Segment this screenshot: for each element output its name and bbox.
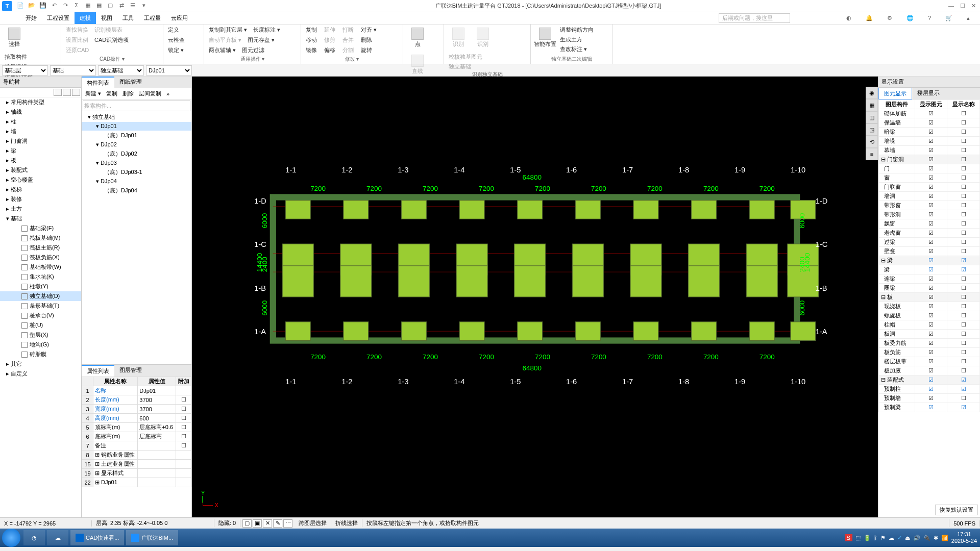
tray-icon[interactable]: ⬚ — [855, 535, 861, 541]
copy-button[interactable]: 复制 — [105, 89, 119, 98]
component-item[interactable]: （底）DJp01 — [82, 131, 191, 140]
skin-icon[interactable]: ◐ — [841, 13, 856, 23]
nav-subitem[interactable]: 桩(U) — [0, 320, 81, 330]
category-select[interactable]: 基础 — [50, 65, 96, 76]
tab-element-display[interactable]: 图元显示 — [878, 88, 912, 99]
pick-component[interactable]: 拾取构件 — [3, 53, 34, 61]
tray-icon[interactable]: 🔊 — [913, 535, 920, 541]
tray-icon[interactable]: ⏏ — [905, 535, 910, 541]
component-item[interactable]: ▾ DJp02 — [82, 140, 191, 149]
tool-icon[interactable] — [54, 89, 62, 96]
qat-save-icon[interactable]: 💾 — [39, 2, 47, 10]
component-item[interactable]: （底）DJp03-1 — [82, 167, 191, 177]
nav-subitem[interactable]: 地沟(G) — [0, 340, 81, 349]
sb-btn[interactable]: ⋯ — [283, 519, 292, 528]
property-table[interactable]: 属性名称属性值附加 1名称DJp012长度(mm)3700☐3宽度(mm)370… — [82, 377, 191, 487]
property-row[interactable]: 19⊞ 显示样式 — [82, 469, 191, 478]
interfloor-copy-button[interactable]: 层间复制 — [137, 89, 163, 98]
display-row[interactable]: ⊟ 装配式☑☑ — [879, 375, 980, 385]
nav-item[interactable]: ▸ 装配式 — [0, 165, 81, 175]
display-row[interactable]: ⊟ 梁☑☑ — [879, 256, 980, 265]
smart-layout-button[interactable]: 智能布置 — [534, 26, 556, 54]
nav-item[interactable]: ▸ 楼梯 — [0, 185, 81, 194]
display-row[interactable]: 老虎窗☑☐ — [879, 229, 980, 238]
qat-icon[interactable]: ☰ — [129, 2, 137, 10]
display-row[interactable]: 带形窗☑☐ — [879, 201, 980, 210]
qat-undo-icon[interactable]: ↶ — [50, 2, 58, 10]
menu-start[interactable]: 开始 — [20, 12, 42, 24]
sb-btn[interactable]: ▣ — [253, 519, 262, 528]
nav-subitem[interactable]: 基础梁(F) — [0, 223, 81, 233]
nav-item[interactable]: ▸ 装修 — [0, 194, 81, 204]
property-row[interactable]: 7备注☐ — [82, 441, 191, 450]
qat-icon[interactable]: ▦ — [95, 2, 103, 10]
view-icon[interactable]: ◳ — [866, 123, 878, 136]
qat-redo-icon[interactable]: ↷ — [61, 2, 69, 10]
cross-layer-button[interactable]: 跨图层选择 — [295, 519, 331, 527]
menu-project[interactable]: 工程设置 — [42, 12, 75, 24]
nav-subitem[interactable]: 集水坑(K) — [0, 272, 81, 282]
menu-quantity[interactable]: 工程量 — [139, 12, 166, 24]
qat-icon[interactable]: ⇄ — [117, 2, 126, 10]
view-icon[interactable]: ▦ — [866, 99, 878, 111]
display-row[interactable]: 墙垛☑☐ — [879, 137, 980, 146]
nav-item[interactable]: ▸ 空心楼盖 — [0, 175, 81, 185]
tool-icon[interactable] — [72, 89, 80, 96]
new-button[interactable]: 新建 ▾ — [84, 89, 103, 98]
display-row[interactable]: 柱帽☑☐ — [879, 320, 980, 330]
display-row[interactable]: ⊟ 门窗洞☑☐ — [879, 155, 980, 164]
point-button[interactable]: 点 — [406, 26, 429, 51]
globe-icon[interactable]: 🌐 — [901, 13, 919, 23]
nav-item[interactable]: ▸ 常用构件类型 — [0, 97, 81, 107]
delete-button[interactable]: 删除 — [121, 89, 135, 98]
sb-btn[interactable]: ✎ — [273, 519, 282, 528]
display-row[interactable]: 板洞☑☐ — [879, 330, 980, 339]
tray-icon[interactable]: ✓ — [897, 535, 902, 541]
component-select[interactable]: DJp01 — [146, 65, 192, 76]
display-row[interactable]: 板受力筋☑☐ — [879, 339, 980, 348]
nav-tree[interactable]: ▸ 常用构件类型▸ 轴线▸ 柱▸ 墙▸ 门窗洞▸ 梁▸ 板▸ 装配式▸ 空心楼盖… — [0, 97, 81, 379]
view-icon[interactable]: ◉ — [866, 87, 878, 99]
display-row[interactable]: 壁龛☑☐ — [879, 247, 980, 256]
sb-btn[interactable]: ✕ — [263, 519, 272, 528]
pinned-app[interactable]: ◔ — [23, 530, 45, 545]
display-row[interactable]: 带形洞☑☐ — [879, 210, 980, 219]
nav-subitem[interactable]: 条形基础(T) — [0, 301, 81, 311]
display-row[interactable]: 砌体加筋☑☐ — [879, 109, 980, 118]
component-item[interactable]: ▾ DJp01 — [82, 122, 191, 131]
nav-subitem[interactable]: 砖胎膜 — [0, 349, 81, 359]
menu-tool[interactable]: 工具 — [117, 12, 139, 24]
component-search[interactable]: 搜索构件... — [83, 101, 190, 111]
nav-subitem[interactable]: 垫层(X) — [0, 330, 81, 340]
minimize-button[interactable]: — — [948, 3, 954, 9]
property-row[interactable]: 8⊞ 钢筋业务属性 — [82, 450, 191, 460]
display-row[interactable]: 预制墙☑☐ — [879, 394, 980, 403]
gear-icon[interactable]: ⚙ — [882, 13, 897, 23]
tray-icon[interactable]: 📶 — [941, 535, 948, 541]
collapse-icon[interactable]: ▴ — [962, 13, 975, 23]
nav-item[interactable]: ▾ 基础 — [0, 214, 81, 223]
qat-open-icon[interactable]: 📂 — [28, 2, 36, 10]
tray-icon[interactable]: 🔌 — [923, 535, 930, 541]
component-item[interactable]: （底）DJp02 — [82, 149, 191, 159]
qat-icon[interactable]: ▦ — [84, 2, 92, 10]
type-select[interactable]: 独立基础 — [98, 65, 144, 76]
property-row[interactable]: 3宽度(mm)3700☐ — [82, 405, 191, 414]
nav-item[interactable]: ▸ 柱 — [0, 117, 81, 127]
tool-icon[interactable] — [63, 89, 71, 96]
help-icon[interactable]: ? — [923, 13, 936, 23]
display-row[interactable]: 板加腋☑☐ — [879, 366, 980, 375]
qat-icon[interactable]: ▾ — [140, 2, 148, 10]
property-row[interactable]: 2长度(mm)3700☐ — [82, 395, 191, 405]
nav-item[interactable]: ▸ 墙 — [0, 127, 81, 136]
display-row[interactable]: 连梁☑☐ — [879, 274, 980, 284]
tab-floor-display[interactable]: 楼层显示 — [912, 88, 945, 99]
qat-new-icon[interactable]: 📄 — [16, 2, 24, 10]
display-row[interactable]: 幕墙☑☐ — [879, 146, 980, 155]
clock[interactable]: 17:31 2020-5-24 — [951, 531, 977, 544]
tab-drawing-mgmt[interactable]: 图纸管理 — [114, 77, 147, 88]
display-row[interactable]: 现浇板☑☐ — [879, 302, 980, 311]
more-button[interactable]: » — [165, 89, 171, 98]
component-tree[interactable]: ▾ 独立基础▾ DJp01（底）DJp01▾ DJp02（底）DJp02▾ DJ… — [82, 112, 191, 364]
maximize-button[interactable]: ☐ — [960, 3, 965, 9]
